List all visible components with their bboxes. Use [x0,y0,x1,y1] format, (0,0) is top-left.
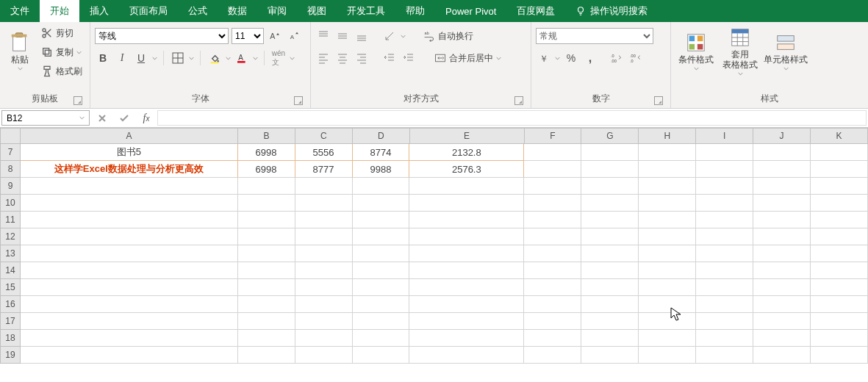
paste-button[interactable]: 粘贴 [4,25,35,78]
align-center-button[interactable] [334,50,351,66]
cancel-formula-button[interactable] [91,109,113,127]
increase-indent-button[interactable] [401,50,417,66]
cell[interactable] [238,347,295,364]
cell[interactable] [409,245,524,262]
cell[interactable] [581,178,639,195]
cell[interactable]: 8777 [295,161,353,178]
row-header[interactable]: 16 [0,296,21,313]
font-size-select[interactable]: 11 [232,28,264,44]
cell[interactable] [353,245,410,262]
cell[interactable] [811,212,868,228]
cell[interactable] [811,313,868,330]
cell[interactable] [353,178,410,195]
cell[interactable] [409,313,524,330]
enter-formula-button[interactable] [113,109,135,127]
cell[interactable] [696,347,753,364]
cell[interactable] [581,212,639,228]
accounting-format-button[interactable]: ￥ [536,50,552,66]
tab-baidu-netdisk[interactable]: 百度网盘 [506,0,565,22]
cell[interactable] [353,212,410,228]
dialog-launcher-icon[interactable] [73,96,82,105]
cell[interactable] [353,195,410,212]
cell[interactable] [21,296,238,313]
tab-help[interactable]: 帮助 [395,0,435,22]
cell[interactable] [696,212,753,228]
cell[interactable] [639,144,696,161]
column-header[interactable]: J [753,128,811,144]
row-header[interactable]: 17 [0,313,21,330]
tab-review[interactable]: 审阅 [257,0,297,22]
cell[interactable] [21,347,238,364]
cell[interactable] [639,212,696,228]
tab-developer[interactable]: 开发工具 [337,0,395,22]
cell[interactable] [295,228,353,245]
tell-me-search[interactable]: 操作说明搜索 [565,0,658,22]
cell[interactable] [811,195,868,212]
cell[interactable] [581,347,639,364]
decrease-indent-button[interactable] [381,50,398,66]
select-all-corner[interactable] [0,128,21,144]
cell[interactable] [639,330,696,347]
cell[interactable] [238,296,295,313]
cell[interactable] [295,245,353,262]
wrap-text-button[interactable]: ab 自动换行 [420,28,476,44]
number-format-select[interactable]: 常规 [536,28,653,44]
cell[interactable] [238,212,295,228]
cell[interactable] [524,279,581,296]
tab-home[interactable]: 开始 [40,0,79,22]
cell[interactable] [409,330,524,347]
cell[interactable] [811,228,868,245]
bold-button[interactable]: B [95,50,111,66]
cell[interactable] [581,245,639,262]
cell[interactable] [238,279,295,296]
cell[interactable] [639,262,696,279]
chevron-down-icon[interactable] [401,34,406,39]
cell[interactable] [753,330,811,347]
percent-format-button[interactable]: % [563,50,579,66]
cell[interactable] [581,330,639,347]
cell[interactable] [524,262,581,279]
row-header[interactable]: 14 [0,262,21,279]
cell[interactable] [21,245,238,262]
cell[interactable] [639,279,696,296]
cell[interactable] [639,296,696,313]
cell[interactable] [353,296,410,313]
cell[interactable] [21,178,238,195]
column-header[interactable]: C [295,128,353,144]
formula-input[interactable] [157,110,867,126]
cell[interactable] [409,347,524,364]
cell[interactable] [238,178,295,195]
cell[interactable] [21,279,238,296]
column-header[interactable]: A [21,128,238,144]
name-box[interactable] [1,110,90,126]
cell[interactable] [524,313,581,330]
cell[interactable] [295,178,353,195]
cell[interactable] [753,296,811,313]
tab-file[interactable]: 文件 [0,0,40,22]
cell[interactable] [524,144,581,161]
copy-button[interactable]: 复制 [38,44,85,60]
row-header[interactable]: 10 [0,195,21,212]
cell[interactable] [639,178,696,195]
cell[interactable] [753,178,811,195]
cell[interactable] [524,228,581,245]
cell[interactable]: 2576.3 [409,161,524,178]
cell[interactable] [811,178,868,195]
cut-button[interactable]: 剪切 [38,25,85,41]
cell-styles-button[interactable]: 单元格样式 [764,25,808,78]
column-header[interactable]: K [811,128,868,144]
cell[interactable] [753,279,811,296]
cell[interactable] [753,161,811,178]
row-header[interactable]: 9 [0,178,21,195]
row-header[interactable]: 13 [0,245,21,262]
cell[interactable] [753,212,811,228]
chevron-down-icon[interactable] [79,115,85,120]
cell[interactable] [639,245,696,262]
cell[interactable] [238,245,295,262]
cell[interactable] [524,245,581,262]
cell[interactable] [295,330,353,347]
cell[interactable] [353,228,410,245]
format-painter-button[interactable]: 格式刷 [38,63,85,79]
cell[interactable] [696,144,753,161]
cell[interactable] [581,296,639,313]
